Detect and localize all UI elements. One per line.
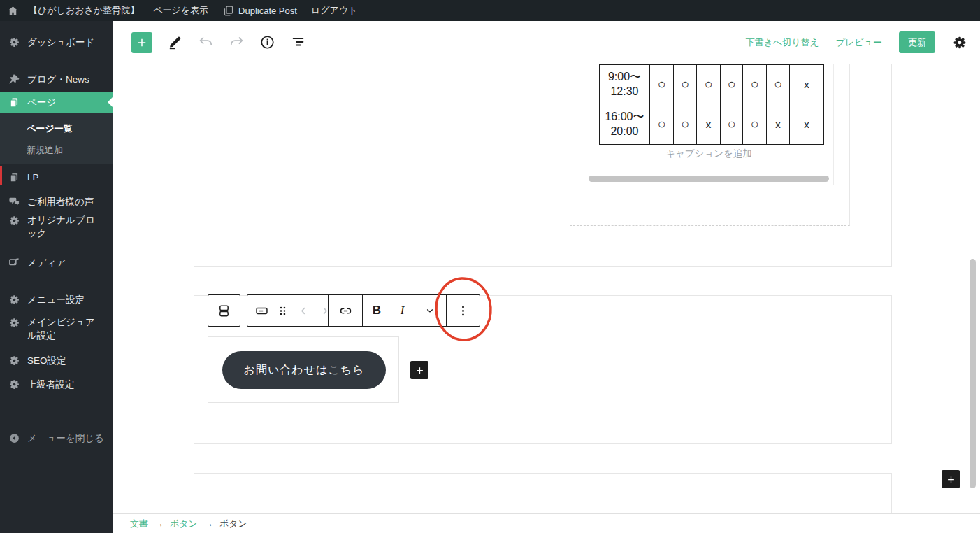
sidebar-item-seo-settings[interactable]: SEO設定 (0, 350, 113, 370)
editor-main: 下書きへ切り替え プレビュー 更新 9:00〜 12:30 (113, 21, 980, 533)
schedule-table: 9:00〜 12:30 ○ ○ ○ ○ ○ ○ x 16:00〜 (599, 64, 824, 145)
block-container-bottom[interactable] (194, 473, 892, 513)
details-info-button[interactable] (259, 34, 275, 50)
table-block[interactable]: 9:00〜 12:30 ○ ○ ○ ○ ○ ○ x 16:00〜 (584, 64, 834, 185)
logout-link[interactable]: ログアウト (304, 0, 365, 21)
sidebar-item-original-blocks[interactable]: オリジナルブロック (0, 211, 113, 242)
sidebar-item-label: ダッシュボード (27, 36, 94, 49)
chevron-down-icon (424, 304, 436, 317)
availability-mark: ○ (727, 76, 735, 92)
move-left-button[interactable] (296, 304, 311, 318)
gear-icon (8, 36, 20, 48)
day-cell[interactable]: ○ (721, 65, 743, 104)
duplicate-post-label: Duplicate Post (238, 6, 297, 16)
preview-button[interactable]: プレビュー (836, 36, 882, 49)
switch-to-draft-button[interactable]: 下書きへ切り替え (746, 36, 819, 49)
time-line: 16:00〜 (600, 110, 649, 125)
cta-button[interactable]: お問い合わせはこちら (222, 351, 386, 389)
day-cell[interactable]: ○ (697, 65, 721, 104)
day-cell[interactable]: ○ (650, 65, 674, 104)
media-icon (8, 257, 20, 269)
day-cell[interactable]: x (790, 65, 824, 104)
admin-sidebar: ダッシュボード ブログ・News ページ ページ一覧 新規追加 LP ご利用者様… (0, 21, 113, 533)
day-cell[interactable]: x (790, 104, 824, 145)
day-cell[interactable]: x (697, 104, 721, 145)
update-button[interactable]: 更新 (899, 31, 935, 53)
sidebar-item-pages[interactable]: ページ (0, 92, 113, 113)
day-cell[interactable]: ○ (767, 65, 790, 104)
button-block-type-button[interactable] (254, 304, 269, 318)
button-block-icon (254, 304, 269, 318)
day-cell[interactable]: ○ (674, 104, 697, 145)
bottom-block-appender-button[interactable] (942, 470, 960, 488)
breadcrumb-document-link[interactable]: 文書 (130, 518, 148, 530)
availability-mark: ○ (704, 76, 712, 92)
availability-mark: ○ (750, 116, 758, 132)
time-cell[interactable]: 9:00〜 12:30 (600, 65, 650, 104)
buttons-parent-button[interactable] (217, 304, 231, 318)
redo-button[interactable] (229, 34, 245, 50)
sidebar-item-label: 上級者設定 (27, 378, 75, 391)
options-button[interactable] (456, 304, 470, 318)
sidebar-item-blog-news[interactable]: ブログ・News (0, 69, 113, 89)
cta-button-label: お問い合わせはこちら (244, 363, 365, 378)
sidebar-item-media[interactable]: メディア (0, 253, 113, 272)
subitem-label: 新規追加 (27, 144, 63, 157)
sidebar-item-label: メインビジュアル設定 (27, 315, 104, 342)
sidebar-item-label: LP (27, 171, 39, 184)
drag-handle[interactable] (275, 304, 290, 318)
sidebar-item-label: メディア (27, 256, 66, 269)
view-page-label: ページを表示 (153, 4, 208, 17)
sidebar-item-menu-settings[interactable]: メニュー設定 (0, 290, 113, 309)
sidebar-item-label: オリジナルブロック (27, 213, 104, 240)
home-menu-item[interactable] (0, 0, 26, 21)
table-caption-placeholder[interactable]: キャプションを追加 (584, 148, 833, 160)
day-cell[interactable]: ○ (743, 104, 767, 145)
editor-header-tools (113, 32, 306, 53)
duplicate-post-link[interactable]: Duplicate Post (215, 0, 304, 21)
availability-mark: x (804, 118, 809, 130)
breadcrumb-arrow: → (204, 518, 213, 529)
plus-icon (415, 365, 425, 376)
home-icon (7, 5, 19, 17)
sidebar-item-testimonials[interactable]: ご利用者様の声 (0, 192, 113, 211)
undo-button[interactable] (198, 34, 214, 50)
block-inserter-button[interactable] (131, 32, 152, 53)
sidebar-item-dashboard[interactable]: ダッシュボード (0, 32, 113, 52)
horizontal-scrollbar[interactable] (589, 176, 829, 182)
gear-icon (8, 215, 20, 227)
breadcrumb-buttons-link[interactable]: ボタン (170, 518, 198, 530)
edit-mode-button[interactable] (167, 34, 183, 50)
admin-bar: 【ひがしおおさか整骨院】 ページを表示 Duplicate Post ログアウト (0, 0, 980, 21)
day-cell[interactable]: ○ (650, 104, 674, 145)
vertical-scrollbar[interactable] (970, 259, 976, 488)
chevron-left-icon (296, 304, 311, 318)
bold-button[interactable]: B (373, 304, 381, 318)
settings-gear-button[interactable] (952, 35, 967, 50)
sidebar-item-collapse-menu[interactable]: メニューを閉じる (0, 428, 113, 448)
sidebar-item-label: メニューを閉じる (27, 432, 104, 445)
availability-mark: ○ (657, 116, 665, 132)
availability-mark: ○ (681, 116, 689, 132)
link-button[interactable] (338, 304, 353, 318)
sidebar-item-advanced-settings[interactable]: 上級者設定 (0, 374, 113, 394)
view-page-link[interactable]: ページを表示 (146, 0, 215, 21)
sidebar-item-lp[interactable]: LP (0, 167, 113, 187)
breadcrumb: 文書 → ボタン → ボタン (113, 513, 980, 533)
italic-button[interactable]: I (401, 304, 405, 318)
more-formats-button[interactable] (424, 304, 436, 317)
gear-icon (8, 294, 20, 306)
sidebar-subitem-add-new[interactable]: 新規追加 (27, 141, 109, 159)
site-name-link[interactable]: 【ひがしおおさか整骨院】 (26, 0, 146, 21)
list-view-button[interactable] (290, 34, 306, 50)
day-cell[interactable]: ○ (721, 104, 743, 145)
time-cell[interactable]: 16:00〜 20:00 (600, 104, 650, 145)
day-cell[interactable]: x (767, 104, 790, 145)
buttons-block-icon (217, 304, 231, 318)
sidebar-subitem-page-list[interactable]: ページ一覧 (27, 120, 109, 138)
inline-block-appender-button[interactable] (410, 361, 428, 379)
logout-label: ログアウト (311, 4, 358, 17)
day-cell[interactable]: ○ (674, 65, 697, 104)
sidebar-item-main-visual-settings[interactable]: メインビジュアル設定 (0, 313, 113, 344)
day-cell[interactable]: ○ (743, 65, 767, 104)
